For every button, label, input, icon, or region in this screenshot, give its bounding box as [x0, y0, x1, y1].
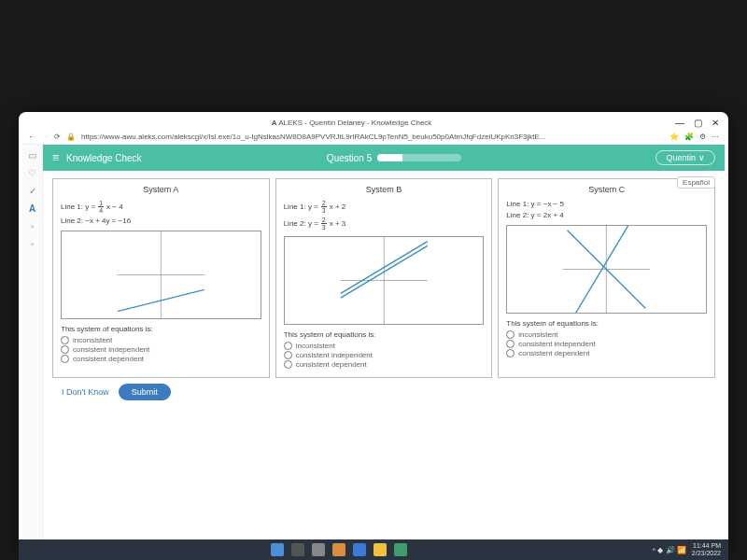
graph-a — [61, 231, 261, 319]
taskbar-app[interactable] — [271, 543, 284, 556]
equation-line1: Line 1: y = 23 x + 2 — [284, 200, 485, 214]
sidebar-item-aleks[interactable]: A — [29, 203, 35, 214]
hamburger-icon[interactable]: ≡ — [52, 151, 59, 164]
option-consistent-independent[interactable]: consistent independent — [61, 345, 261, 354]
windows-taskbar[interactable]: ^ ◆ 🔊 📶 11:44 PM 2/23/2022 — [19, 539, 728, 560]
sidebar-item[interactable]: ♡ — [28, 168, 36, 178]
equation-line1: Line 1: y = −x − 5 — [506, 200, 707, 208]
system-a-panel: System A Line 1: y = 14 x − 4 Line 2: −x… — [52, 178, 270, 378]
taskbar-app[interactable] — [291, 543, 304, 556]
option-consistent-independent[interactable]: consistent independent — [506, 340, 707, 348]
user-menu[interactable]: Quentin∨ — [655, 150, 715, 165]
graph-b — [284, 236, 485, 325]
taskbar-app[interactable] — [394, 543, 407, 556]
knowledge-check-header: ≡ Knowledge Check Question 5 Quentin∨ — [43, 145, 725, 171]
minimize-icon[interactable]: — — [675, 118, 684, 128]
equation-line1: Line 1: y = 14 x − 4 — [61, 200, 261, 214]
system-b-panel: System B Line 1: y = 23 x + 2 Line 2: y … — [275, 178, 493, 378]
equation-line2: Line 2: −x + 4y = −16 — [61, 217, 261, 225]
refresh-icon[interactable]: ⟳ — [54, 133, 61, 141]
window-title: ALEKS - Quentin Delaney - Knowledge Chec… — [278, 119, 431, 127]
taskbar-clock[interactable]: 11:44 PM 2/23/2022 — [692, 542, 721, 557]
taskbar-app[interactable] — [353, 543, 366, 556]
prompt-text: This system of equations is: — [284, 330, 485, 339]
lock-icon: 🔒 — [66, 133, 76, 141]
sidebar-item[interactable]: ▫ — [31, 221, 35, 231]
progress-bar — [377, 154, 461, 161]
window-titlebar: A ALEKS - Quentin Delaney - Knowledge Ch… — [22, 116, 725, 130]
submit-button[interactable]: Submit — [119, 384, 171, 400]
system-c-panel: System C Line 1: y = −x − 5 Line 2: y = … — [498, 178, 715, 378]
maximize-icon[interactable]: ▢ — [694, 118, 702, 128]
header-title: Knowledge Check — [66, 153, 142, 163]
equation-line2: Line 2: y = 23 x + 3 — [284, 217, 485, 231]
option-inconsistent[interactable]: inconsistent — [506, 330, 707, 339]
option-consistent-dependent[interactable]: consistent dependent — [284, 360, 485, 369]
sidebar-item[interactable]: ✓ — [29, 186, 36, 196]
back-icon[interactable]: ← — [28, 133, 35, 141]
chevron-down-icon: ∨ — [698, 153, 705, 162]
option-consistent-independent[interactable]: consistent independent — [284, 351, 485, 359]
option-inconsistent[interactable]: inconsistent — [284, 342, 485, 350]
forward-icon[interactable]: → — [41, 133, 49, 141]
taskbar-app[interactable] — [374, 543, 387, 556]
option-consistent-dependent[interactable]: consistent dependent — [506, 349, 707, 357]
prompt-text: This system of equations is: — [506, 319, 707, 328]
url-text[interactable]: https://www-awu.aleks.com/alekscgi/x/Isl… — [81, 133, 664, 141]
question-number: Question 5 — [327, 153, 372, 163]
settings-icon[interactable]: ⚙ — [699, 133, 706, 141]
address-bar: ← → ⟳ 🔒 https://www-awu.aleks.com/aleksc… — [22, 130, 725, 145]
sidebar-item[interactable]: ▭ — [28, 150, 36, 161]
sidebar: ▭ ♡ ✓ A ▫ ▫ — [22, 145, 43, 560]
tray-icons[interactable]: ^ ◆ 🔊 📶 — [652, 546, 685, 554]
favorite-icon[interactable]: ⭐ — [669, 133, 679, 141]
menu-icon[interactable]: ⋯ — [712, 133, 719, 141]
taskbar-app[interactable] — [332, 543, 345, 556]
close-icon[interactable]: ✕ — [712, 118, 719, 128]
option-consistent-dependent[interactable]: consistent dependent — [61, 355, 261, 363]
i-dont-know-link[interactable]: I Don't Know — [62, 387, 109, 397]
graph-c — [506, 225, 707, 314]
system-title: System A — [61, 185, 261, 194]
equation-line2: Line 2: y = 2x + 4 — [506, 211, 707, 219]
extensions-icon[interactable]: 🧩 — [684, 133, 694, 141]
prompt-text: This system of equations is: — [61, 325, 261, 333]
option-inconsistent[interactable]: inconsistent — [61, 336, 261, 344]
sidebar-item[interactable]: ▫ — [31, 239, 35, 249]
taskbar-app[interactable] — [312, 543, 325, 556]
language-toggle[interactable]: Español — [677, 176, 715, 189]
system-title: System B — [284, 185, 485, 194]
